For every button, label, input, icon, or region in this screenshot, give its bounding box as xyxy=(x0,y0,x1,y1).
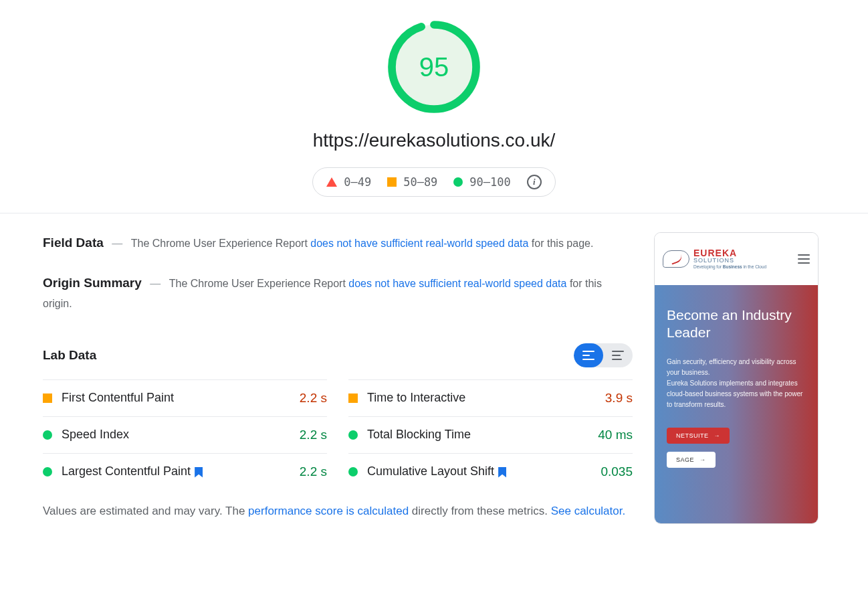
arrow-right-icon: → xyxy=(699,456,706,463)
metric-row[interactable]: Total Blocking Time40 ms xyxy=(348,416,633,453)
lab-data-header: Lab Data xyxy=(43,343,633,367)
bookmark-icon xyxy=(195,467,203,478)
origin-summary-title: Origin Summary xyxy=(43,276,142,290)
footer-text-1: Values are estimated and may vary. The xyxy=(43,505,248,517)
origin-summary-section: Origin Summary — The Chrome User Experie… xyxy=(43,272,633,312)
preview-hero: Become an Industry Leader Gain security,… xyxy=(655,285,818,524)
score-value: 95 xyxy=(419,52,449,82)
toggle-compact-button[interactable] xyxy=(603,343,633,367)
lab-data-title: Lab Data xyxy=(43,348,96,363)
calc-link-1[interactable]: performance score is calculated xyxy=(248,505,409,517)
tested-url: https://eurekasolutions.co.uk/ xyxy=(0,130,868,151)
footer-note: Values are estimated and may vary. The p… xyxy=(43,502,633,520)
metric-name: Total Blocking Time xyxy=(367,428,471,442)
metrics-grid: First Contentful Paint2.2 sSpeed Index2.… xyxy=(43,379,633,490)
view-toggle xyxy=(574,343,633,367)
triangle-red-icon xyxy=(326,177,337,187)
metric-row[interactable]: Largest Contentful Paint2.2 s xyxy=(43,453,327,490)
logo-line-2: SOLUTIONS xyxy=(693,258,766,264)
metrics-column-2: Time to Interactive3.9 sTotal Blocking T… xyxy=(348,379,633,490)
score-legend: 0–49 50–89 90–100 i xyxy=(312,167,556,197)
legend-poor-label: 0–49 xyxy=(344,175,371,189)
netsuite-button: NETSUITE→ xyxy=(667,428,730,444)
metric-row[interactable]: Cumulative Layout Shift0.035 xyxy=(348,453,633,490)
metric-row[interactable]: Speed Index2.2 s xyxy=(43,416,327,453)
square-orange-icon xyxy=(348,393,358,403)
separator: — xyxy=(112,238,122,249)
circle-green-icon xyxy=(453,177,463,187)
logo-line-1: EUREKA xyxy=(693,248,766,258)
square-orange-icon xyxy=(43,393,52,403)
legend-good: 90–100 xyxy=(453,175,510,189)
metric-row[interactable]: Time to Interactive3.9 s xyxy=(348,379,633,416)
hero-buttons: NETSUITE→ SAGE→ xyxy=(667,428,806,476)
info-icon[interactable]: i xyxy=(527,175,542,189)
calc-link-2[interactable]: See calculator. xyxy=(551,505,626,517)
footer-text-2: directly from these metrics. xyxy=(409,505,551,517)
metric-value: 3.9 s xyxy=(605,391,633,406)
lines-expanded-icon xyxy=(582,351,594,360)
legend-poor: 0–49 xyxy=(326,175,371,189)
hero-title: Become an Industry Leader xyxy=(667,306,806,342)
metrics-column-1: First Contentful Paint2.2 sSpeed Index2.… xyxy=(43,379,327,490)
circle-green-icon xyxy=(348,430,358,440)
logo-tagline: Developing for Business in the Cloud xyxy=(693,265,766,270)
logo-text: EUREKA SOLUTIONS Developing for Business… xyxy=(693,248,766,270)
separator: — xyxy=(150,278,160,289)
square-orange-icon xyxy=(387,177,397,187)
field-data-link[interactable]: does not have sufficient real-world spee… xyxy=(310,238,528,249)
preview-site-header: EUREKA SOLUTIONS Developing for Business… xyxy=(655,233,818,285)
field-data-section: Field Data — The Chrome User Experience … xyxy=(43,232,633,254)
score-header: 95 https://eurekasolutions.co.uk/ 0–49 5… xyxy=(0,0,868,213)
circle-green-icon xyxy=(348,467,358,476)
field-data-prefix: The Chrome User Experience Report xyxy=(131,238,311,249)
score-gauge: 95 xyxy=(387,20,481,114)
metric-name: First Contentful Paint xyxy=(62,391,174,405)
legend-good-label: 90–100 xyxy=(469,175,510,189)
preview-frame: EUREKA SOLUTIONS Developing for Business… xyxy=(654,232,819,524)
sage-button: SAGE→ xyxy=(667,452,716,468)
metric-name: Cumulative Layout Shift xyxy=(367,464,506,478)
hero-description: Gain security, efficiency and visibility… xyxy=(667,357,806,410)
origin-link[interactable]: does not have sufficient real-world spee… xyxy=(348,278,566,289)
lines-compact-icon xyxy=(612,351,624,360)
hamburger-icon xyxy=(798,254,810,264)
circle-green-icon xyxy=(43,467,52,476)
metric-value: 2.2 s xyxy=(300,464,327,479)
preview-logo: EUREKA SOLUTIONS Developing for Business… xyxy=(663,248,766,270)
cloud-icon xyxy=(663,250,689,268)
legend-average: 50–89 xyxy=(387,175,437,189)
metric-name: Largest Contentful Paint xyxy=(62,464,203,478)
legend-average-label: 50–89 xyxy=(403,175,437,189)
metric-value: 2.2 s xyxy=(300,391,327,406)
metric-name: Time to Interactive xyxy=(367,391,465,405)
metric-value: 2.2 s xyxy=(300,428,327,442)
field-data-title: Field Data xyxy=(43,236,104,250)
arrow-right-icon: → xyxy=(714,432,721,439)
bookmark-icon xyxy=(498,467,506,478)
origin-prefix: The Chrome User Experience Report xyxy=(169,278,349,289)
metric-name: Speed Index xyxy=(62,428,129,442)
metric-row[interactable]: First Contentful Paint2.2 s xyxy=(43,379,327,416)
metric-value: 40 ms xyxy=(598,428,633,442)
field-data-suffix: for this page. xyxy=(528,238,593,249)
circle-green-icon xyxy=(43,430,52,440)
metric-value: 0.035 xyxy=(601,464,633,479)
page-screenshot: EUREKA SOLUTIONS Developing for Business… xyxy=(654,232,819,524)
toggle-expanded-button[interactable] xyxy=(574,343,603,367)
